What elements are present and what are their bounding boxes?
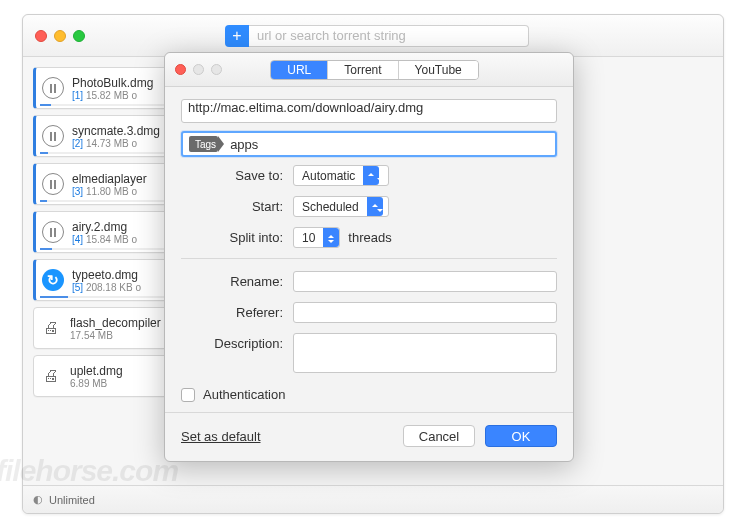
close-window-button[interactable] — [35, 30, 47, 42]
download-name: typeeto.dmg — [72, 268, 176, 282]
chevron-updown-icon — [363, 166, 379, 185]
label-start: Start: — [181, 199, 293, 214]
label-referer: Referer: — [181, 305, 293, 320]
divider — [165, 412, 573, 413]
download-name: PhotoBulk.dmg — [72, 76, 176, 90]
download-meta: [2] 14.73 MB o — [72, 138, 176, 149]
tags-input[interactable]: Tags apps — [181, 131, 557, 157]
download-item[interactable]: elmediaplayer[3] 11.80 MB o — [33, 163, 183, 205]
label-split-into: Split into: — [181, 230, 293, 245]
minimize-window-button[interactable] — [54, 30, 66, 42]
sheet-footer: Set as default Cancel OK — [165, 425, 573, 447]
url-input[interactable]: http://mac.eltima.com/download/airy.dmg — [181, 99, 557, 123]
download-text: typeeto.dmg[5] 208.18 KB o — [72, 268, 176, 293]
toolbar-search: + url or search torrent string — [225, 25, 529, 47]
download-meta: [5] 208.18 KB o — [72, 282, 176, 293]
label-save-to: Save to: — [181, 168, 293, 183]
save-to-select[interactable]: Automatic — [293, 165, 389, 186]
download-item[interactable]: uplet.dmg6.89 MB — [33, 355, 183, 397]
download-text: uplet.dmg6.89 MB — [70, 364, 176, 389]
download-name: uplet.dmg — [70, 364, 176, 378]
divider — [181, 258, 557, 259]
rename-input[interactable] — [293, 271, 557, 292]
label-authentication: Authentication — [203, 387, 285, 402]
chevron-updown-icon — [367, 197, 383, 216]
download-name: flash_decompiler — [70, 316, 176, 330]
label-description: Description: — [181, 333, 293, 351]
label-threads: threads — [348, 230, 391, 245]
start-select[interactable]: Scheduled — [293, 196, 389, 217]
speed-gauge-icon: ◐ — [33, 493, 43, 506]
referer-input[interactable] — [293, 302, 557, 323]
download-item[interactable]: airy.2.dmg[4] 15.84 MB o — [33, 211, 183, 253]
tab-youtube[interactable]: YouTube — [399, 61, 478, 79]
set-as-default-link[interactable]: Set as default — [181, 429, 261, 444]
pause-icon[interactable] — [42, 77, 64, 99]
tab-torrent[interactable]: Torrent — [328, 61, 398, 79]
download-meta: [1] 15.82 MB o — [72, 90, 176, 101]
download-meta: 17.54 MB — [70, 330, 176, 341]
statusbar: ◐ Unlimited — [23, 485, 723, 513]
download-text: PhotoBulk.dmg[1] 15.82 MB o — [72, 76, 176, 101]
add-download-button[interactable]: + — [225, 25, 249, 47]
add-download-sheet: URL Torrent YouTube http://mac.eltima.co… — [164, 52, 574, 462]
titlebar: + url or search torrent string — [23, 15, 723, 57]
download-meta: [4] 15.84 MB o — [72, 234, 176, 245]
cancel-button[interactable]: Cancel — [403, 425, 475, 447]
download-text: syncmate.3.dmg[2] 14.73 MB o — [72, 124, 176, 149]
retry-icon[interactable] — [42, 269, 64, 291]
file-icon — [40, 317, 62, 339]
download-text: airy.2.dmg[4] 15.84 MB o — [72, 220, 176, 245]
download-name: airy.2.dmg — [72, 220, 176, 234]
label-rename: Rename: — [181, 274, 293, 289]
ok-button[interactable]: OK — [485, 425, 557, 447]
sheet-minimize-button — [193, 64, 204, 75]
sheet-traffic-lights — [175, 64, 222, 75]
download-item[interactable]: flash_decompiler17.54 MB — [33, 307, 183, 349]
authentication-checkbox[interactable] — [181, 388, 195, 402]
download-item[interactable]: PhotoBulk.dmg[1] 15.82 MB o — [33, 67, 183, 109]
download-name: syncmate.3.dmg — [72, 124, 176, 138]
download-meta: [3] 11.80 MB o — [72, 186, 176, 197]
tags-chip-icon: Tags — [189, 136, 218, 152]
sheet-close-button[interactable] — [175, 64, 186, 75]
download-name: elmediaplayer — [72, 172, 176, 186]
tags-input-value: apps — [230, 137, 258, 152]
download-text: flash_decompiler17.54 MB — [70, 316, 176, 341]
chevron-updown-icon — [323, 228, 339, 247]
split-threads-select[interactable]: 10 — [293, 227, 340, 248]
pause-icon[interactable] — [42, 125, 64, 147]
search-input[interactable]: url or search torrent string — [249, 25, 529, 47]
download-meta: 6.89 MB — [70, 378, 176, 389]
source-tabs: URL Torrent YouTube — [270, 60, 479, 80]
pause-icon[interactable] — [42, 221, 64, 243]
downloads-list: PhotoBulk.dmg[1] 15.82 MB osyncmate.3.dm… — [23, 57, 183, 485]
pause-icon[interactable] — [42, 173, 64, 195]
sheet-maximize-button — [211, 64, 222, 75]
sheet-body: http://mac.eltima.com/download/airy.dmg … — [165, 87, 573, 373]
traffic-lights — [35, 30, 85, 42]
download-text: elmediaplayer[3] 11.80 MB o — [72, 172, 176, 197]
file-icon — [40, 365, 62, 387]
download-item[interactable]: syncmate.3.dmg[2] 14.73 MB o — [33, 115, 183, 157]
sheet-titlebar: URL Torrent YouTube — [165, 53, 573, 87]
download-item[interactable]: typeeto.dmg[5] 208.18 KB o — [33, 259, 183, 301]
maximize-window-button[interactable] — [73, 30, 85, 42]
tab-url[interactable]: URL — [271, 61, 328, 79]
description-textarea[interactable] — [293, 333, 557, 373]
auth-row: Authentication — [165, 383, 573, 412]
statusbar-text: Unlimited — [49, 494, 95, 506]
